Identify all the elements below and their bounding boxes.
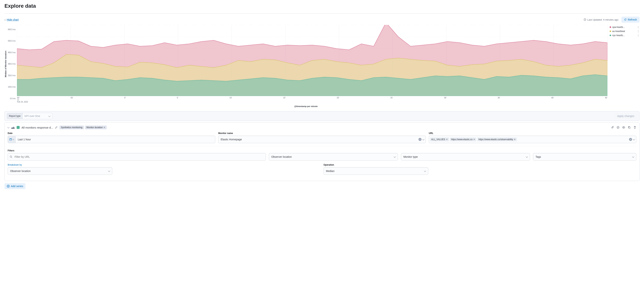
y-tick: 300.0 ms bbox=[8, 63, 16, 65]
calendar-icon[interactable] bbox=[8, 136, 16, 143]
report-type-select[interactable]: KPI over time bbox=[22, 113, 52, 119]
date-label: Date bbox=[8, 132, 215, 134]
x-tick: 15' bbox=[283, 97, 286, 99]
x-tick: 35' bbox=[498, 97, 500, 99]
date-picker[interactable] bbox=[8, 136, 215, 143]
x-axis-ticks: 50'55'0'5'10'15'20'25'30'35'40'45' bbox=[17, 97, 608, 99]
add-series-label: Add series bbox=[11, 185, 23, 188]
url-pill-label: https://www.elastic.co bbox=[451, 138, 473, 141]
info-icon bbox=[584, 18, 586, 21]
copy-icon[interactable] bbox=[628, 126, 631, 129]
hide-chart-label: Hide chart bbox=[7, 18, 19, 21]
x-tick: 30' bbox=[444, 97, 446, 99]
monitor-name-combo[interactable]: ✕ bbox=[218, 136, 426, 143]
refresh-icon bbox=[624, 18, 626, 21]
series-panel: All monitors response d... Synthetics mo… bbox=[4, 122, 640, 181]
attach-icon[interactable] bbox=[611, 126, 614, 129]
divider bbox=[4, 14, 640, 14]
chevron-down-icon bbox=[108, 170, 110, 172]
last-updated-text: Last Updated: 4 minutes ago bbox=[584, 18, 618, 21]
plus-circle-icon bbox=[7, 185, 10, 188]
series-name: All monitors response d... bbox=[22, 126, 53, 129]
legend-dot-icon bbox=[610, 26, 611, 28]
y-axis-ticks: 600.0 ms500.0 ms400.0 ms300.0 ms200.0 ms… bbox=[8, 29, 17, 99]
clear-icon[interactable]: ✕ bbox=[629, 138, 632, 141]
visibility-icon[interactable] bbox=[622, 126, 625, 129]
date-input[interactable] bbox=[16, 136, 215, 143]
hide-chart-link[interactable]: Hide chart bbox=[4, 18, 19, 21]
series-tag[interactable]: Monitor duration✕ bbox=[85, 125, 107, 129]
add-series-button[interactable]: Add series bbox=[4, 183, 26, 189]
x-date-start: 11 Feb 24, 2022 bbox=[17, 99, 28, 103]
svg-point-2 bbox=[585, 19, 585, 19]
operation-value: Median bbox=[326, 170, 334, 173]
legend-more-icon[interactable]: ⋮ bbox=[637, 34, 640, 37]
refresh-button[interactable]: Refresh bbox=[622, 17, 640, 23]
url-pill[interactable]: https://www.elastic.co/observability✕ bbox=[477, 137, 517, 141]
url-combo[interactable]: ALL_VALUES✕https://www.elastic.co✕https:… bbox=[429, 136, 636, 143]
monitor-name-label: Monitor name bbox=[218, 132, 426, 134]
series-color-swatch[interactable] bbox=[17, 126, 20, 129]
y-tick: 500.0 ms bbox=[8, 40, 16, 42]
x-tick: 25' bbox=[390, 97, 393, 99]
url-pill[interactable]: ALL_VALUES✕ bbox=[430, 137, 449, 141]
operation-label: Operation bbox=[324, 164, 636, 166]
legend-more-icon[interactable]: ⋮ bbox=[637, 30, 640, 33]
remove-pill-icon[interactable]: ✕ bbox=[473, 138, 475, 141]
page-title: Explore data bbox=[4, 3, 640, 9]
y-axis-label: Median of Monitor duration bbox=[4, 51, 7, 77]
edit-name-icon[interactable] bbox=[55, 126, 58, 129]
clear-icon[interactable]: ✕ bbox=[418, 138, 422, 141]
svg-point-23 bbox=[623, 127, 624, 128]
apply-changes-button[interactable]: Apply changes bbox=[614, 113, 637, 119]
breakdown-by-label[interactable]: Breakdown by bbox=[8, 164, 320, 166]
legend-item[interactable]: spa-heartb...⋮ bbox=[610, 26, 640, 29]
breakdown-by-select[interactable]: Observer location bbox=[8, 167, 112, 175]
x-tick: 10' bbox=[230, 97, 232, 99]
svg-point-29 bbox=[10, 156, 12, 158]
legend-more-icon[interactable]: ⋮ bbox=[637, 26, 640, 29]
filter-input[interactable] bbox=[12, 153, 266, 160]
filter-search[interactable] bbox=[8, 153, 266, 161]
filters-label: Filters bbox=[8, 149, 636, 152]
chevron-down-icon bbox=[12, 138, 14, 140]
y-tick: 200.0 ms bbox=[8, 74, 16, 77]
area-chart-icon[interactable] bbox=[11, 126, 15, 129]
monitor-name-input[interactable] bbox=[218, 136, 417, 143]
legend-dot-icon bbox=[610, 35, 611, 36]
monitor-type-filter-label: Monitor type bbox=[403, 155, 418, 158]
chevron-down-icon bbox=[632, 156, 634, 158]
legend-item[interactable]: au-heartbeat⋮ bbox=[610, 30, 640, 33]
observer-location-filter[interactable]: Observer location bbox=[269, 153, 398, 161]
collapse-series-icon[interactable] bbox=[8, 126, 9, 128]
series-tag[interactable]: Synthetics monitoring bbox=[60, 125, 84, 129]
tags-filter[interactable]: Tags bbox=[533, 153, 636, 161]
chevron-down-icon[interactable] bbox=[633, 138, 635, 140]
chart-plot[interactable]: 50'55'0'5'10'15'20'25'30'35'40'45' 11 Fe… bbox=[17, 25, 608, 103]
svg-rect-24 bbox=[629, 127, 630, 128]
remove-tag-icon[interactable]: ✕ bbox=[104, 126, 105, 129]
legend-item[interactable]: nyc-heartb...⋮ bbox=[610, 34, 640, 37]
delete-icon[interactable] bbox=[633, 126, 636, 129]
monitor-type-filter[interactable]: Monitor type bbox=[401, 153, 530, 161]
x-tick: 20' bbox=[337, 97, 339, 99]
y-tick: 400.0 ms bbox=[8, 51, 16, 54]
remove-pill-icon[interactable]: ✕ bbox=[514, 138, 516, 141]
legend-label: au-heartbeat bbox=[612, 30, 636, 33]
chevron-down-icon[interactable] bbox=[422, 138, 424, 140]
refresh-label: Refresh bbox=[628, 18, 637, 21]
operation-select[interactable]: Median bbox=[324, 167, 428, 175]
chevron-down-icon bbox=[4, 18, 6, 21]
breakdown-by-value: Observer location bbox=[10, 170, 31, 173]
svg-rect-25 bbox=[10, 139, 12, 140]
url-pill-label: https://www.elastic.co/observability bbox=[478, 138, 513, 141]
url-pill[interactable]: https://www.elastic.co✕ bbox=[450, 137, 476, 141]
explore-icon[interactable] bbox=[616, 126, 620, 129]
report-type-label: Report type bbox=[7, 113, 22, 119]
x-tick: 0' bbox=[124, 97, 126, 99]
svg-line-30 bbox=[12, 157, 12, 158]
controls-bar: Report type KPI over time Apply changes bbox=[4, 111, 640, 121]
remove-pill-icon[interactable]: ✕ bbox=[446, 138, 448, 141]
y-tick: 0.0 ms bbox=[8, 97, 16, 99]
tags-filter-label: Tags bbox=[536, 155, 541, 158]
